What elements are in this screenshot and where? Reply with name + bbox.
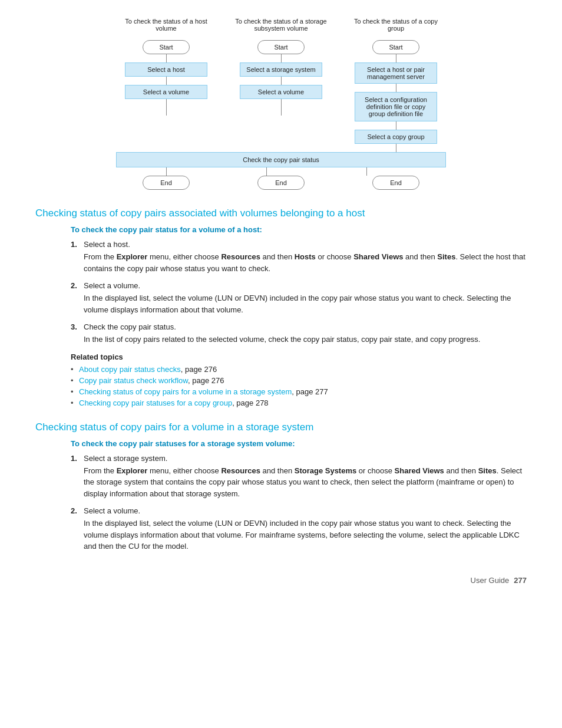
col1-step1: Select a host xyxy=(125,62,207,77)
connector xyxy=(281,99,282,116)
section2-heading: Checking status of copy pairs for a volu… xyxy=(35,421,527,433)
connector xyxy=(396,54,396,62)
section2-subheading: To check the copy pair statuses for a st… xyxy=(71,439,527,448)
related-item-4: Checking copy pair statuses for a copy g… xyxy=(71,398,527,407)
check-status-box: Check the copy pair status xyxy=(116,152,446,167)
s2-step1-desc: From the Explorer menu, either choose Re… xyxy=(84,465,527,500)
section1-steps: Select a host. From the Explorer menu, e… xyxy=(71,240,527,345)
related-link-3[interactable]: Checking status of copy pairs for a volu… xyxy=(79,387,292,396)
connector xyxy=(396,144,396,152)
end-box-col2: End xyxy=(257,176,305,190)
related-item-3: Checking status of copy pairs for a volu… xyxy=(71,387,527,396)
col2-header: To check the status of a storage subsyst… xyxy=(231,18,331,35)
step1-desc: From the Explorer menu, either choose Re… xyxy=(84,251,527,274)
step3-title: Check the copy pair status. xyxy=(84,322,527,331)
flowchart-diagram: To check the status of a host volume To … xyxy=(35,18,527,190)
related-topics-heading: Related topics xyxy=(71,353,527,361)
step1-title: Select a host. xyxy=(84,240,527,249)
related-item-1: About copy pair status checks, page 276 xyxy=(71,365,527,374)
col3-step1: Select a host or pair management server xyxy=(355,62,437,84)
footer-label: User Guide xyxy=(471,576,510,585)
related-topics-list: About copy pair status checks, page 276 … xyxy=(71,365,527,407)
s2-step2-desc: In the displayed list, select the volume… xyxy=(84,518,527,552)
step-2: Select a volume. In the displayed list, … xyxy=(71,281,527,315)
connector xyxy=(396,84,396,92)
related-item-2: Copy pair status check workflow, page 27… xyxy=(71,376,527,385)
col3-step2: Select a configuration definition file o… xyxy=(355,92,437,121)
col1-step2: Select a volume xyxy=(125,85,207,99)
col2-step2: Select a volume xyxy=(240,85,322,99)
connector xyxy=(281,54,282,62)
section2-steps: Select a storage system. From the Explor… xyxy=(71,454,527,552)
related-link-1[interactable]: About copy pair status checks xyxy=(79,365,181,374)
col1-header: To check the status of a host volume xyxy=(116,18,216,35)
connector xyxy=(396,121,396,130)
s2-step-2: Select a volume. In the displayed list, … xyxy=(71,506,527,552)
page-footer: User Guide 277 xyxy=(35,576,527,585)
section1-subheading: To check the copy pair status for a volu… xyxy=(71,225,527,234)
col3-step3: Select a copy group xyxy=(355,130,437,144)
step-1: Select a host. From the Explorer menu, e… xyxy=(71,240,527,274)
start-box-col3: Start xyxy=(372,40,419,54)
section1-heading: Checking status of copy pairs associated… xyxy=(35,207,527,219)
end-box-col1: End xyxy=(143,176,190,190)
col3-header: To check the status of a copy group xyxy=(346,18,446,35)
col2-step1: Select a storage system xyxy=(240,62,322,77)
related-link-2[interactable]: Copy pair status check workflow xyxy=(79,376,188,385)
step2-title: Select a volume. xyxy=(84,281,527,290)
connector xyxy=(166,54,167,62)
connector xyxy=(166,77,167,85)
related-link-4[interactable]: Checking copy pair statuses for a copy g… xyxy=(79,398,232,407)
step2-desc: In the displayed list, select the volume… xyxy=(84,292,527,315)
connector xyxy=(166,99,167,116)
s2-step1-title: Select a storage system. xyxy=(84,454,527,463)
start-box-col2: Start xyxy=(257,40,305,54)
page-number: 277 xyxy=(514,576,527,585)
s2-step2-title: Select a volume. xyxy=(84,506,527,515)
step-3: Check the copy pair status. In the list … xyxy=(71,322,527,345)
step3-desc: In the list of copy pairs related to the… xyxy=(84,334,527,345)
start-box-col1: Start xyxy=(143,40,190,54)
end-box-col3: End xyxy=(372,176,419,190)
connector xyxy=(281,77,282,85)
s2-step-1: Select a storage system. From the Explor… xyxy=(71,454,527,500)
